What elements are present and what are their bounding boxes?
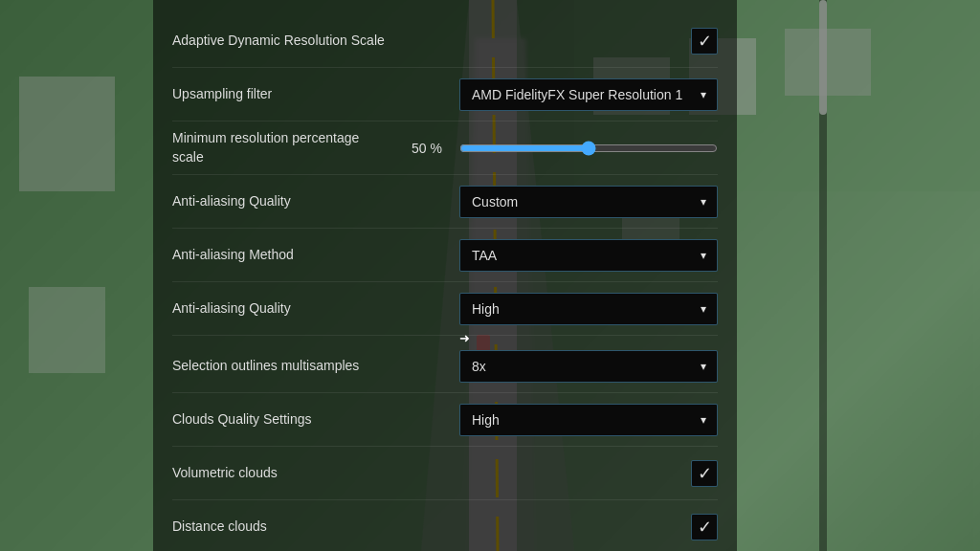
volumetric-clouds-control: ✓ <box>440 460 718 487</box>
anti-aliasing-method-label: Anti-aliasing Method <box>172 246 440 265</box>
anti-aliasing-method-row: Anti-aliasing Method TAA FXAA SMAA None … <box>172 229 718 282</box>
adaptive-dynamic-resolution-checkbox[interactable]: ✓ <box>691 28 718 55</box>
anti-aliasing-method-dropdown-wrapper: TAA FXAA SMAA None ▾ <box>459 239 718 272</box>
volumetric-checkmark-icon: ✓ <box>698 465 712 482</box>
adaptive-dynamic-resolution-label: Adaptive Dynamic Resolution Scale <box>172 32 440 51</box>
upsampling-filter-control: AMD FidelityFX Super Resolution 1.0 TAA … <box>440 78 718 111</box>
upsampling-filter-dropdown[interactable]: AMD FidelityFX Super Resolution 1.0 TAA … <box>459 78 718 111</box>
clouds-quality-label: Clouds Quality Settings <box>172 410 440 430</box>
distance-clouds-control: ✓ <box>440 514 718 540</box>
selection-outlines-row: Selection outlines multisamples 1x 2x 4x… <box>172 340 718 393</box>
distance-clouds-label: Distance clouds <box>172 518 440 537</box>
min-resolution-slider[interactable] <box>459 133 718 164</box>
anti-aliasing-quality-2-dropdown-wrapper: Low Medium High Ultra ▾ <box>459 293 718 325</box>
scrollbar-track <box>819 0 827 551</box>
anti-aliasing-method-control: TAA FXAA SMAA None ▾ <box>440 239 718 272</box>
min-resolution-label: Minimum resolution percentage scale <box>172 129 364 166</box>
anti-aliasing-quality-1-label: Anti-aliasing Quality <box>172 192 440 211</box>
adaptive-dynamic-resolution-control: ✓ <box>440 28 718 55</box>
anti-aliasing-quality-1-control: Custom Low Medium High Ultra ▾ <box>440 186 718 218</box>
anti-aliasing-quality-1-row: Anti-aliasing Quality Custom Low Medium … <box>172 175 718 229</box>
distance-checkmark-icon: ✓ <box>698 518 712 536</box>
distance-clouds-checkbox[interactable]: ✓ <box>691 514 718 540</box>
scrollbar-thumb[interactable] <box>819 0 827 115</box>
volumetric-clouds-checkbox[interactable]: ✓ <box>691 460 718 487</box>
upsampling-filter-label: Upsampling filter <box>172 85 440 104</box>
upsampling-filter-row: Upsampling filter AMD FidelityFX Super R… <box>172 68 718 121</box>
selection-outlines-dropdown[interactable]: 1x 2x 4x 8x <box>459 350 718 383</box>
min-resolution-control: 50 % <box>364 133 718 164</box>
anti-aliasing-quality-1-dropdown[interactable]: Custom Low Medium High Ultra <box>459 186 718 218</box>
clouds-quality-row: Clouds Quality Settings Low Medium High … <box>172 393 718 447</box>
selection-outlines-dropdown-wrapper: 1x 2x 4x 8x ▾ <box>459 350 718 383</box>
distance-clouds-row: Distance clouds ✓ <box>172 500 718 551</box>
clouds-quality-control: Low Medium High Ultra ▾ <box>440 404 718 436</box>
checkmark-icon: ✓ <box>698 33 712 50</box>
anti-aliasing-quality-2-dropdown[interactable]: Low Medium High Ultra <box>459 293 718 325</box>
mouse-cursor-indicator: ➜ <box>459 331 470 345</box>
selection-outlines-control: 1x 2x 4x 8x ▾ <box>440 350 718 383</box>
min-resolution-row: Minimum resolution percentage scale 50 % <box>172 121 718 175</box>
selection-outlines-label: Selection outlines multisamples <box>172 357 440 376</box>
clouds-quality-dropdown-wrapper: Low Medium High Ultra ▾ <box>459 404 718 436</box>
anti-aliasing-method-dropdown[interactable]: TAA FXAA SMAA None <box>459 239 718 272</box>
anti-aliasing-quality-2-label: Anti-aliasing Quality <box>172 299 440 319</box>
volumetric-clouds-label: Volumetric clouds <box>172 464 440 483</box>
min-resolution-value: 50 % <box>404 141 442 156</box>
upsampling-filter-dropdown-wrapper: AMD FidelityFX Super Resolution 1.0 TAA … <box>459 78 718 111</box>
anti-aliasing-quality-2-control: Low Medium High Ultra ▾ <box>440 293 718 325</box>
anti-aliasing-quality-2-row: Anti-aliasing Quality Low Medium High Ul… <box>172 282 718 336</box>
clouds-quality-dropdown[interactable]: Low Medium High Ultra <box>459 404 718 436</box>
adaptive-dynamic-resolution-row: Adaptive Dynamic Resolution Scale ✓ <box>172 14 718 68</box>
settings-panel: Adaptive Dynamic Resolution Scale ✓ Upsa… <box>153 0 737 551</box>
anti-aliasing-quality-1-dropdown-wrapper: Custom Low Medium High Ultra ▾ <box>459 186 718 218</box>
volumetric-clouds-row: Volumetric clouds ✓ <box>172 447 718 500</box>
